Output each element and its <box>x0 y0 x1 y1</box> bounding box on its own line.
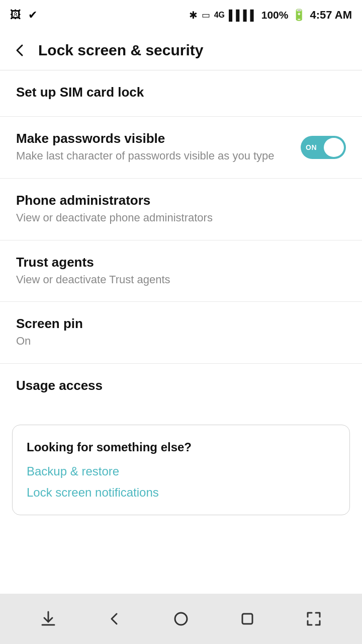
download-nav-button[interactable] <box>28 599 68 639</box>
sim-icon: ▭ <box>202 10 210 21</box>
bluetooth-icon: ✱ <box>189 9 198 21</box>
sim-card-lock-item[interactable]: Set up SIM card lock <box>0 70 362 117</box>
expand-nav-button[interactable] <box>294 599 334 639</box>
phone-administrators-text: Phone administrators View or deactivate … <box>16 193 346 226</box>
suggestion-card-title: Looking for something else? <box>27 440 335 454</box>
trust-agents-subtitle: View or deactivate Trust agents <box>16 272 346 288</box>
trust-agents-item[interactable]: Trust agents View or deactivate Trust ag… <box>0 240 362 302</box>
svg-rect-3 <box>242 614 252 624</box>
toggle-knob <box>324 138 344 157</box>
home-nav-button[interactable] <box>161 599 201 639</box>
lock-screen-notifications-link[interactable]: Lock screen notifications <box>27 486 335 500</box>
time-display: 4:57 AM <box>310 9 352 22</box>
status-bar-left: 🖼 ✔ <box>10 9 37 22</box>
make-passwords-visible-item[interactable]: Make passwords visible Make last charact… <box>0 117 362 179</box>
page-header: Lock screen & security <box>0 30 362 70</box>
phone-administrators-item[interactable]: Phone administrators View or deactivate … <box>0 179 362 240</box>
backup-restore-link[interactable]: Backup & restore <box>27 464 335 478</box>
lte-icon: 4G <box>214 11 225 20</box>
phone-administrators-subtitle: View or deactivate phone administrators <box>16 210 346 226</box>
trust-agents-title: Trust agents <box>16 255 346 270</box>
gallery-icon: 🖼 <box>10 9 21 22</box>
svg-point-2 <box>175 613 187 625</box>
usage-access-item[interactable]: Usage access <box>0 364 362 410</box>
back-button[interactable] <box>12 42 28 58</box>
toggle-on-label: ON <box>306 143 317 151</box>
sim-card-lock-text: Set up SIM card lock <box>16 85 346 102</box>
status-bar-right: ✱ ▭ 4G ▌▌▌▌ 100% 🔋 4:57 AM <box>189 9 352 22</box>
make-passwords-toggle[interactable]: ON <box>301 136 346 159</box>
signal-icon: ▌▌▌▌ <box>229 10 257 21</box>
screen-pin-subtitle: On <box>16 334 346 349</box>
page-title: Lock screen & security <box>38 42 204 59</box>
screen-pin-text: Screen pin On <box>16 316 346 349</box>
suggestion-card: Looking for something else? Backup & res… <box>12 425 350 515</box>
usage-access-title: Usage access <box>16 378 346 393</box>
check-icon: ✔ <box>28 9 37 22</box>
screen-pin-item[interactable]: Screen pin On <box>0 302 362 364</box>
back-nav-button[interactable] <box>95 599 135 639</box>
trust-agents-text: Trust agents View or deactivate Trust ag… <box>16 255 346 288</box>
phone-administrators-title: Phone administrators <box>16 193 346 208</box>
usage-access-text: Usage access <box>16 378 346 395</box>
make-passwords-visible-text: Make passwords visible Make last charact… <box>16 131 301 164</box>
nav-bar <box>0 594 362 644</box>
battery-percent: 100% <box>261 9 289 21</box>
screen-pin-title: Screen pin <box>16 316 346 332</box>
sim-card-lock-title: Set up SIM card lock <box>16 85 346 100</box>
make-passwords-visible-title: Make passwords visible <box>16 131 301 146</box>
status-bar: 🖼 ✔ ✱ ▭ 4G ▌▌▌▌ 100% 🔋 4:57 AM <box>0 0 362 30</box>
make-passwords-visible-subtitle: Make last character of passwords visible… <box>16 148 301 164</box>
settings-list: Set up SIM card lock Make passwords visi… <box>0 70 362 410</box>
recents-nav-button[interactable] <box>227 599 267 639</box>
battery-icon: 🔋 <box>292 9 306 22</box>
